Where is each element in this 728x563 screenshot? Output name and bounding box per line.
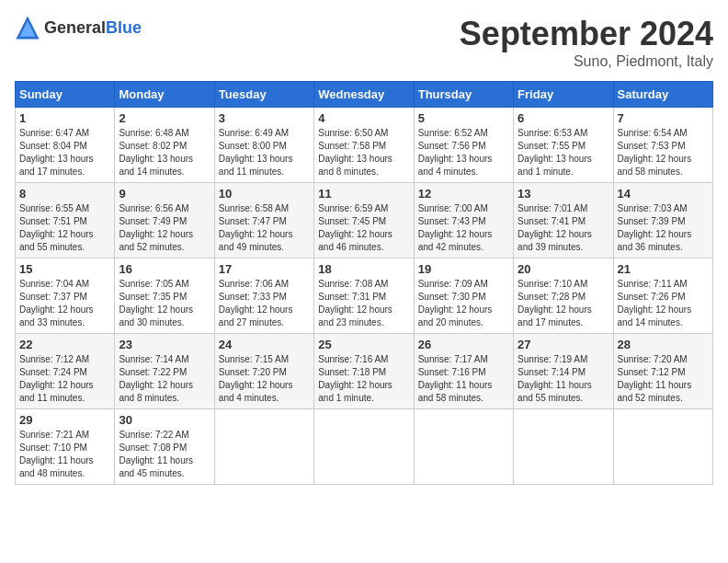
- day-number: 12: [418, 187, 509, 201]
- logo-icon: [15, 15, 40, 40]
- calendar-cell: 21Sunrise: 7:11 AMSunset: 7:26 PMDayligh…: [613, 259, 712, 334]
- day-number: 14: [618, 187, 709, 201]
- location-title: Suno, Piedmont, Italy: [460, 53, 713, 70]
- day-info: Sunrise: 7:16 AMSunset: 7:18 PMDaylight:…: [318, 353, 409, 405]
- day-number: 5: [418, 111, 509, 125]
- calendar-cell: 5Sunrise: 6:52 AMSunset: 7:56 PMDaylight…: [414, 108, 513, 183]
- day-info: Sunrise: 7:14 AMSunset: 7:22 PMDaylight:…: [119, 353, 210, 405]
- day-info: Sunrise: 7:01 AMSunset: 7:41 PMDaylight:…: [518, 202, 609, 254]
- day-number: 26: [418, 338, 509, 351]
- day-number: 21: [618, 262, 709, 276]
- calendar-cell: 13Sunrise: 7:01 AMSunset: 7:41 PMDayligh…: [514, 183, 613, 259]
- calendar-cell: 30Sunrise: 7:22 AMSunset: 7:08 PMDayligh…: [115, 409, 214, 485]
- calendar-week-row: 29Sunrise: 7:21 AMSunset: 7:10 PMDayligh…: [16, 409, 713, 485]
- day-number: 27: [518, 338, 609, 351]
- day-number: 18: [318, 262, 409, 276]
- day-info: Sunrise: 7:19 AMSunset: 7:14 PMDaylight:…: [518, 353, 609, 405]
- day-info: Sunrise: 7:04 AMSunset: 7:37 PMDaylight:…: [19, 278, 110, 329]
- day-info: Sunrise: 6:53 AMSunset: 7:55 PMDaylight:…: [518, 127, 609, 178]
- day-number: 4: [318, 111, 409, 125]
- day-info: Sunrise: 6:48 AMSunset: 8:02 PMDaylight:…: [119, 127, 210, 178]
- day-info: Sunrise: 7:06 AMSunset: 7:33 PMDaylight:…: [219, 278, 310, 329]
- calendar-cell: 10Sunrise: 6:58 AMSunset: 7:47 PMDayligh…: [214, 183, 313, 259]
- day-number: 11: [318, 187, 409, 201]
- calendar-cell: [414, 409, 513, 485]
- day-number: 20: [518, 262, 609, 276]
- calendar-cell: 29Sunrise: 7:21 AMSunset: 7:10 PMDayligh…: [16, 409, 115, 485]
- day-number: 8: [19, 187, 110, 201]
- day-info: Sunrise: 7:05 AMSunset: 7:35 PMDaylight:…: [119, 278, 210, 329]
- day-info: Sunrise: 7:20 AMSunset: 7:12 PMDaylight:…: [618, 353, 709, 405]
- calendar-cell: 6Sunrise: 6:53 AMSunset: 7:55 PMDaylight…: [514, 108, 613, 183]
- calendar-cell: 26Sunrise: 7:17 AMSunset: 7:16 PMDayligh…: [414, 334, 513, 409]
- calendar-cell: 1Sunrise: 6:47 AMSunset: 8:04 PMDaylight…: [16, 108, 115, 183]
- calendar-header-sunday: Sunday: [16, 82, 115, 108]
- day-info: Sunrise: 7:03 AMSunset: 7:39 PMDaylight:…: [618, 202, 709, 254]
- day-info: Sunrise: 7:22 AMSunset: 7:08 PMDaylight:…: [119, 429, 210, 480]
- day-number: 7: [618, 111, 709, 125]
- calendar-cell: 16Sunrise: 7:05 AMSunset: 7:35 PMDayligh…: [115, 259, 214, 334]
- day-info: Sunrise: 7:17 AMSunset: 7:16 PMDaylight:…: [418, 353, 509, 405]
- calendar-cell: 3Sunrise: 6:49 AMSunset: 8:00 PMDaylight…: [214, 108, 313, 183]
- day-number: 2: [119, 111, 210, 125]
- day-info: Sunrise: 6:58 AMSunset: 7:47 PMDaylight:…: [219, 202, 310, 254]
- calendar-cell: 23Sunrise: 7:14 AMSunset: 7:22 PMDayligh…: [115, 334, 214, 409]
- title-area: September 2024 Suno, Piedmont, Italy: [460, 15, 713, 70]
- calendar-cell: [214, 409, 313, 485]
- calendar-header-thursday: Thursday: [414, 82, 513, 108]
- header: GeneralBlue September 2024 Suno, Piedmon…: [15, 15, 713, 70]
- day-info: Sunrise: 7:15 AMSunset: 7:20 PMDaylight:…: [219, 353, 310, 405]
- calendar-cell: 11Sunrise: 6:59 AMSunset: 7:45 PMDayligh…: [314, 183, 414, 259]
- calendar-cell: 28Sunrise: 7:20 AMSunset: 7:12 PMDayligh…: [613, 334, 712, 409]
- calendar-cell: 25Sunrise: 7:16 AMSunset: 7:18 PMDayligh…: [314, 334, 414, 409]
- day-info: Sunrise: 7:10 AMSunset: 7:28 PMDaylight:…: [518, 278, 609, 329]
- day-number: 30: [119, 413, 210, 427]
- day-info: Sunrise: 6:56 AMSunset: 7:49 PMDaylight:…: [119, 202, 210, 254]
- calendar-week-row: 15Sunrise: 7:04 AMSunset: 7:37 PMDayligh…: [16, 259, 713, 334]
- day-number: 13: [518, 187, 609, 201]
- calendar-cell: 15Sunrise: 7:04 AMSunset: 7:37 PMDayligh…: [16, 259, 115, 334]
- calendar-week-row: 8Sunrise: 6:55 AMSunset: 7:51 PMDaylight…: [16, 183, 713, 259]
- day-info: Sunrise: 7:12 AMSunset: 7:24 PMDaylight:…: [19, 353, 110, 405]
- calendar-cell: 19Sunrise: 7:09 AMSunset: 7:30 PMDayligh…: [414, 259, 513, 334]
- logo: GeneralBlue: [15, 15, 142, 40]
- calendar-table: SundayMondayTuesdayWednesdayThursdayFrid…: [15, 81, 713, 485]
- day-number: 23: [119, 338, 210, 351]
- calendar-header-saturday: Saturday: [613, 82, 712, 108]
- calendar-cell: 2Sunrise: 6:48 AMSunset: 8:02 PMDaylight…: [115, 108, 214, 183]
- day-number: 15: [19, 262, 110, 276]
- calendar-week-row: 1Sunrise: 6:47 AMSunset: 8:04 PMDaylight…: [16, 108, 713, 183]
- day-number: 10: [219, 187, 310, 201]
- month-title: September 2024: [460, 15, 713, 53]
- calendar-cell: 4Sunrise: 6:50 AMSunset: 7:58 PMDaylight…: [314, 108, 414, 183]
- day-number: 16: [119, 262, 210, 276]
- day-number: 24: [219, 338, 310, 351]
- calendar-cell: 20Sunrise: 7:10 AMSunset: 7:28 PMDayligh…: [514, 259, 613, 334]
- day-number: 25: [318, 338, 409, 351]
- calendar-header-tuesday: Tuesday: [214, 82, 313, 108]
- calendar-cell: 14Sunrise: 7:03 AMSunset: 7:39 PMDayligh…: [613, 183, 712, 259]
- day-number: 6: [518, 111, 609, 125]
- day-info: Sunrise: 7:09 AMSunset: 7:30 PMDaylight:…: [418, 278, 509, 329]
- day-info: Sunrise: 6:54 AMSunset: 7:53 PMDaylight:…: [618, 127, 709, 178]
- logo-general-text: General: [44, 18, 106, 37]
- calendar-cell: 18Sunrise: 7:08 AMSunset: 7:31 PMDayligh…: [314, 259, 414, 334]
- day-info: Sunrise: 6:59 AMSunset: 7:45 PMDaylight:…: [318, 202, 409, 254]
- logo-blue-text: Blue: [106, 18, 142, 37]
- day-number: 3: [219, 111, 310, 125]
- calendar-cell: 24Sunrise: 7:15 AMSunset: 7:20 PMDayligh…: [214, 334, 313, 409]
- calendar-header-friday: Friday: [514, 82, 613, 108]
- day-number: 28: [618, 338, 709, 351]
- calendar-cell: [613, 409, 712, 485]
- day-info: Sunrise: 6:50 AMSunset: 7:58 PMDaylight:…: [318, 127, 409, 178]
- calendar-header-monday: Monday: [115, 82, 214, 108]
- day-info: Sunrise: 6:47 AMSunset: 8:04 PMDaylight:…: [19, 127, 110, 178]
- calendar-header-wednesday: Wednesday: [314, 82, 414, 108]
- calendar-cell: 12Sunrise: 7:00 AMSunset: 7:43 PMDayligh…: [414, 183, 513, 259]
- calendar-cell: 7Sunrise: 6:54 AMSunset: 7:53 PMDaylight…: [613, 108, 712, 183]
- day-info: Sunrise: 7:21 AMSunset: 7:10 PMDaylight:…: [19, 429, 110, 480]
- calendar-cell: [514, 409, 613, 485]
- calendar-cell: 22Sunrise: 7:12 AMSunset: 7:24 PMDayligh…: [16, 334, 115, 409]
- day-number: 17: [219, 262, 310, 276]
- calendar-cell: [314, 409, 414, 485]
